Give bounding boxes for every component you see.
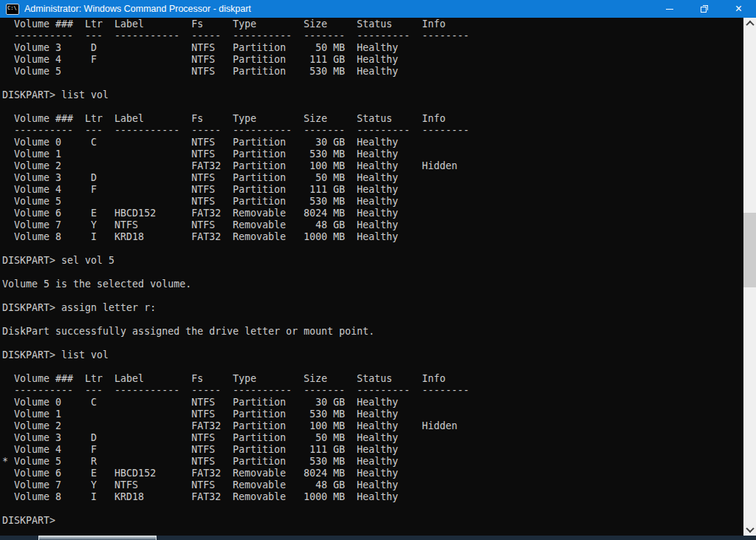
chevron-down-icon (746, 524, 754, 533)
restore-button[interactable] (687, 0, 721, 18)
scrollbar-thumb[interactable] (743, 213, 756, 287)
cmd-icon: C:\ (6, 4, 19, 15)
minimize-button[interactable] (652, 0, 687, 18)
titlebar: C:\ Administrator: Windows Command Proce… (0, 0, 756, 18)
window-title: Administrator: Windows Command Processor… (24, 4, 652, 14)
terminal-output[interactable]: Volume ### Ltr Label Fs Type Size Status… (0, 18, 743, 527)
minimize-icon (666, 9, 673, 10)
vertical-scrollbar[interactable] (743, 18, 756, 536)
close-button[interactable]: × (721, 0, 756, 18)
scroll-down-button[interactable] (743, 524, 756, 536)
chevron-up-icon (746, 21, 754, 29)
window-controls: × (652, 0, 756, 18)
restore-icon (701, 5, 708, 13)
console-window: C:\ Administrator: Windows Command Proce… (0, 0, 756, 540)
scroll-up-button[interactable] (743, 18, 756, 30)
taskbar-edge (0, 536, 756, 540)
taskbar-active-button[interactable] (38, 536, 157, 540)
console-viewport[interactable]: Volume ### Ltr Label Fs Type Size Status… (0, 18, 743, 536)
close-icon: × (735, 3, 742, 15)
